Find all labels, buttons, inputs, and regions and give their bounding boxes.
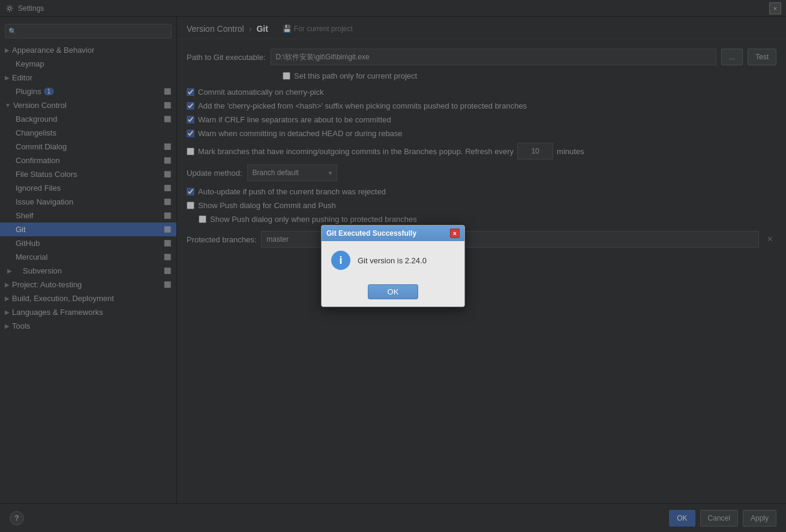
modal-body: i Git version is 2.24.0 [322,241,464,279]
modal-dialog: Git Executed Successfully × i Git versio… [321,225,465,307]
modal-message: Git version is 2.24.0 [358,256,427,265]
modal-ok-button[interactable]: OK [368,284,419,299]
modal-footer: OK [322,279,464,306]
modal-title-bar: Git Executed Successfully × [322,226,464,241]
modal-overlay: Git Executed Successfully × i Git versio… [0,0,786,532]
modal-close-button[interactable]: × [450,229,460,238]
info-icon: i [331,251,350,270]
modal-title-text: Git Executed Successfully [326,229,416,238]
